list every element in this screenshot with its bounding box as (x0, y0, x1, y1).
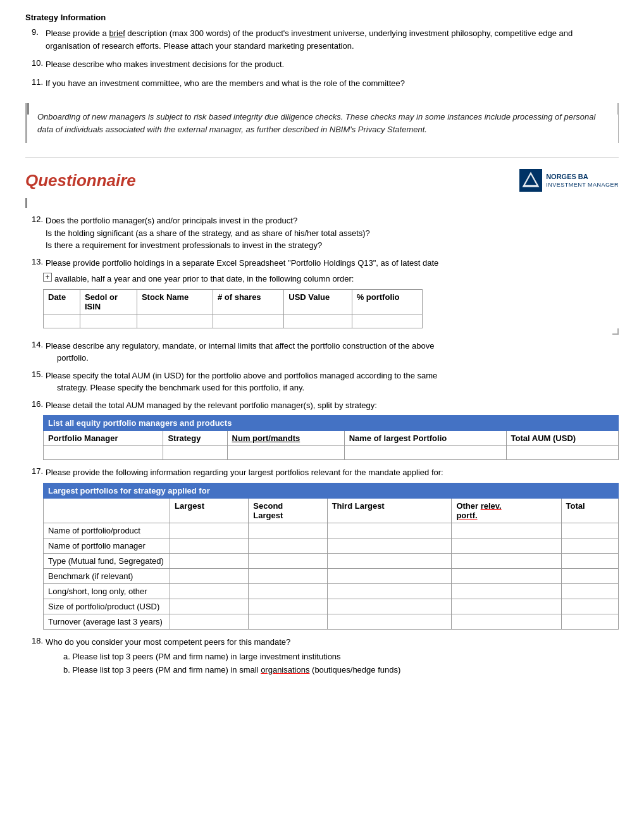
strategy-item-9: 9. Please provide a brief description (m… (25, 27, 619, 52)
norges-logo-icon (519, 169, 542, 192)
item-13-cont: + available, half a year and one year pr… (25, 273, 619, 285)
lp-blue-header: Largest portfolios for strategy applied … (44, 483, 619, 498)
lp-val-turnover-largest[interactable] (170, 614, 249, 629)
q-item-16: 16. Please detail the total AUM managed … (25, 399, 619, 412)
holdings-table-wrap: Date Sedol orISIN Stock Name # of shares… (25, 289, 619, 335)
lp-val-benchmark-largest[interactable] (170, 568, 249, 583)
item-13-num: 13. (32, 257, 46, 266)
lp-val-manager-total[interactable] (561, 538, 618, 553)
lp-val-size-third[interactable] (327, 599, 452, 614)
q-item-13: 13. Please provide portfolio holdings in… (25, 257, 619, 270)
strategy-section-title: Strategy Information (25, 13, 619, 22)
lp-val-benchmark-total[interactable] (561, 568, 618, 583)
lp-label-long-short: Long/short, long only, other (44, 583, 170, 599)
item-18-text: Who do you consider your most competent … (46, 636, 290, 649)
lp-val-long-short-total[interactable] (561, 583, 618, 599)
lp-val-turnover-third[interactable] (327, 614, 452, 629)
aum-table-blue-header: List all equity portfolio managers and p… (44, 416, 619, 431)
lp-label-type: Type (Mutual fund, Segregated) (44, 553, 170, 568)
lp-col-other: Other relev.portf. (452, 498, 561, 523)
q-item-18: 18. Who do you consider your most compet… (25, 636, 619, 649)
holdings-col-date: Date (44, 289, 80, 314)
aum-col-num: Num port/mandts (227, 431, 344, 446)
lp-col-total: Total (561, 498, 618, 523)
item-16-text: Please detail the total AUM managed by t… (46, 399, 377, 412)
item-18-sub-a: a. Please list top 3 peers (PM and firm … (25, 650, 619, 664)
lp-val-turnover-other[interactable] (452, 614, 561, 629)
aum-empty-row (44, 446, 619, 460)
lp-row-benchmark: Benchmark (if relevant) (44, 568, 619, 583)
plus-icon[interactable]: + (43, 273, 52, 282)
holdings-empty-stock (137, 314, 213, 328)
item-17-text: Please provide the following information… (46, 466, 443, 479)
item-13-cont-text: available, half a year and one year prio… (54, 273, 354, 285)
questionnaire-title: Questionnaire (25, 171, 136, 190)
lp-val-type-largest[interactable] (170, 553, 249, 568)
resize-handle[interactable] (612, 328, 619, 335)
holdings-empty-sedol (80, 314, 137, 328)
aum-col-manager: Portfolio Manager (44, 431, 163, 446)
lp-row-type: Type (Mutual fund, Segregated) (44, 553, 619, 568)
holdings-col-shares: # of shares (213, 289, 283, 314)
lp-val-size-largest[interactable] (170, 599, 249, 614)
lp-val-type-other[interactable] (452, 553, 561, 568)
lp-val-long-short-largest[interactable] (170, 583, 249, 599)
strategy-section: Strategy Information 9. Please provide a… (25, 13, 619, 89)
lp-val-size-second[interactable] (249, 599, 327, 614)
item-18-num: 18. (32, 636, 46, 649)
item-12-text: Does the portfolio manager(s) and/or pri… (46, 215, 370, 252)
lp-val-manager-other[interactable] (452, 538, 561, 553)
lp-val-long-short-third[interactable] (327, 583, 452, 599)
holdings-table-header-row: Date Sedol orISIN Stock Name # of shares… (44, 289, 423, 314)
lp-val-manager-third[interactable] (327, 538, 452, 553)
lp-val-long-short-second[interactable] (249, 583, 327, 599)
lp-val-turnover-second[interactable] (249, 614, 327, 629)
lp-table-wrap: Largest portfolios for strategy applied … (25, 483, 619, 630)
holdings-table: Date Sedol orISIN Stock Name # of shares… (43, 289, 423, 328)
holdings-col-sedol: Sedol orISIN (80, 289, 137, 314)
lp-val-type-total[interactable] (561, 553, 618, 568)
brief-underline: brief (109, 28, 125, 38)
lp-val-portfolio-product-total[interactable] (561, 523, 618, 538)
lp-val-portfolio-product-second[interactable] (249, 523, 327, 538)
aum-col-total-aum: Total AUM (USD) (506, 431, 618, 446)
lp-val-benchmark-other[interactable] (452, 568, 561, 583)
lp-val-type-third[interactable] (327, 553, 452, 568)
norges-name: NORGES BA (546, 173, 619, 181)
item-14-text: Please describe any regulatory, mandate,… (46, 340, 434, 364)
lp-label-portfolio-product: Name of portfolio/product (44, 523, 170, 538)
holdings-empty-shares (213, 314, 283, 328)
lp-val-portfolio-product-largest[interactable] (170, 523, 249, 538)
lp-val-manager-largest[interactable] (170, 538, 249, 553)
page: Strategy Information 9. Please provide a… (0, 0, 644, 815)
lp-row-portfolio-product: Name of portfolio/product (44, 523, 619, 538)
lp-val-benchmark-third[interactable] (327, 568, 452, 583)
q-accent (25, 198, 619, 208)
q-item-14: 14. Please describe any regulatory, mand… (25, 340, 619, 364)
lp-val-benchmark-second[interactable] (249, 568, 327, 583)
lp-row-size: Size of portfolio/product (USD) (44, 599, 619, 614)
lp-val-long-short-other[interactable] (452, 583, 561, 599)
lp-val-manager-second[interactable] (249, 538, 327, 553)
largest-portfolios-table: Largest portfolios for strategy applied … (43, 483, 619, 630)
lp-val-turnover-total[interactable] (561, 614, 618, 629)
strategy-item-11: 11. If you have an investment committee,… (25, 77, 619, 90)
notice-text: Onboarding of new managers is subject to… (37, 112, 595, 134)
lp-val-type-second[interactable] (249, 553, 327, 568)
aum-table: List all equity portfolio managers and p… (43, 415, 619, 460)
lp-val-size-other[interactable] (452, 599, 561, 614)
item-17-num: 17. (32, 466, 46, 479)
item-18-sub-b-text: b. Please list top 3 peers (PM and firm … (63, 665, 400, 675)
aum-col-strategy: Strategy (163, 431, 227, 446)
lp-label-turnover: Turnover (average last 3 years) (44, 614, 170, 629)
lp-col-second: SecondLargest (249, 498, 327, 523)
q-item-12: 12. Does the portfolio manager(s) and/or… (25, 215, 619, 252)
lp-label-size: Size of portfolio/product (USD) (44, 599, 170, 614)
lp-val-size-total[interactable] (561, 599, 618, 614)
q-item-17: 17. Please provide the following informa… (25, 466, 619, 479)
item-10-text: Please describe who makes investment dec… (46, 58, 284, 71)
item-18-sub-b: b. Please list top 3 peers (PM and firm … (25, 664, 619, 677)
lp-val-portfolio-product-third[interactable] (327, 523, 452, 538)
lp-val-portfolio-product-other[interactable] (452, 523, 561, 538)
item-18-sub-a-text: a. Please list top 3 peers (PM and firm … (63, 652, 341, 661)
